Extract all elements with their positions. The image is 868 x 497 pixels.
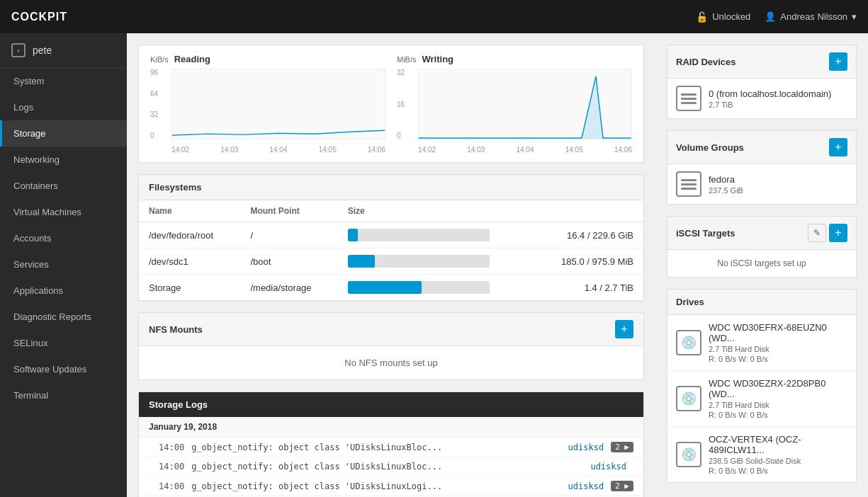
filesystems-header: Filesystems: [139, 175, 643, 200]
list-item[interactable]: 14:00 g_object_notify: object class 'UDi…: [139, 476, 643, 496]
fs-size-text: 185.0 / 975.9 MiB: [532, 248, 643, 275]
list-item[interactable]: 💿 OCZ-VERTEX4 (OCZ-489ICLW11... 238.5 Gi…: [667, 427, 856, 482]
fs-tbody: /dev/fedora/root / 16.4 / 229.6 GiB /dev…: [139, 222, 643, 301]
topnav: COCKPIT 🔓 Unlocked 👤 Andreas Nilsson ▾: [0, 0, 868, 33]
log-badge: 2 ▶: [611, 442, 633, 452]
iscsi-add-button[interactable]: +: [829, 224, 847, 242]
main-content: KiB/s Reading 9664320 14:0214:0314:0414:…: [127, 33, 655, 497]
log-time: 14:00: [159, 462, 184, 472]
raid-add-button[interactable]: +: [829, 52, 847, 71]
list-item[interactable]: 💿 WDC WD30EZRX-22D8PB0 (WD... 2.7 TiB Ha…: [667, 371, 856, 427]
app-brand: COCKPIT: [11, 11, 67, 23]
lock-status[interactable]: 🔓 Unlocked: [696, 11, 750, 23]
iscsi-title: iSCSI Targets: [676, 228, 735, 239]
reading-chart: KiB/s Reading 9664320 14:0214:0314:0414:…: [150, 54, 385, 154]
sidebar-item-terminal[interactable]: Terminal: [0, 382, 127, 409]
volume-groups-header: Volume Groups +: [667, 131, 856, 164]
nfs-empty-msg: No NFS mounts set up: [139, 346, 643, 379]
sidebar-item-selinux[interactable]: SELinux: [0, 330, 127, 356]
filesystems-table: Name Mount Point Size /dev/fedora/root /…: [139, 200, 643, 300]
drive-icon: 💿: [676, 442, 701, 467]
list-item[interactable]: 14:00 g_object_notify: object class 'UDi…: [139, 438, 643, 457]
log-message: g_object_notify: object class 'UDisksLin…: [191, 481, 560, 491]
storage-logs-header: Storage Logs: [139, 392, 643, 417]
reading-unit: KiB/s: [150, 55, 169, 64]
reading-chart-inner: [171, 69, 385, 139]
nfs-panel: NFS Mounts + No NFS mounts set up: [138, 312, 644, 380]
col-size-val: [532, 200, 643, 222]
lock-icon: 🔓: [696, 11, 708, 23]
drives-panel: Drives 💿 WDC WD30EFRX-68EUZN0 (WD... 2.7…: [667, 289, 857, 483]
nfs-add-button[interactable]: +: [615, 320, 633, 338]
vg-item-sub: 237.5 GiB: [709, 186, 847, 195]
vg-title: Volume Groups: [676, 142, 744, 153]
drive-item-sub: 2.7 TiB Hard Disk: [709, 345, 847, 353]
fs-size-bar: [338, 222, 533, 248]
iscsi-empty-msg: No iSCSI targets set up: [667, 250, 856, 277]
reading-chart-area: 9664320 14:0214:0314:0414:0514:06: [150, 69, 385, 154]
sidebar-item-services[interactable]: Services: [0, 251, 127, 278]
raid-device-icon: [676, 86, 701, 111]
drive-item-rw: R: 0 B/s W: 0 B/s: [709, 355, 847, 363]
reading-title: Reading: [174, 54, 210, 64]
raid-devices-panel: RAID Devices + 0 (from localhost.localdo…: [667, 45, 857, 119]
sidebar-item-accounts[interactable]: Accounts: [0, 225, 127, 251]
iscsi-edit-button[interactable]: ✎: [808, 224, 826, 242]
user-menu[interactable]: 👤 Andreas Nilsson ▾: [765, 11, 857, 22]
sidebar-item-diagnostic-reports[interactable]: Diagnostic Reports: [0, 304, 127, 330]
list-item[interactable]: fedora 237.5 GiB: [667, 164, 856, 204]
host-icon: ▪: [11, 43, 26, 57]
vg-add-button[interactable]: +: [829, 138, 847, 156]
fs-size-text: 1.4 / 2.7 TiB: [532, 275, 643, 301]
list-item[interactable]: 0 (from localhost.localdomain) 2.7 TiB: [667, 79, 856, 118]
drives-header: Drives: [667, 290, 856, 315]
fs-size-text: 16.4 / 229.6 GiB: [532, 222, 643, 248]
col-size: Size: [338, 200, 533, 222]
log-source: udisksd: [568, 481, 604, 491]
vg-items: fedora 237.5 GiB: [667, 164, 856, 204]
raid-devices-header: RAID Devices +: [667, 45, 856, 79]
raid-item-info: 0 (from localhost.localdomain) 2.7 TiB: [709, 88, 847, 109]
list-item[interactable]: 💿 WDC WD30EFRX-68EUZN0 (WD... 2.7 TiB Ha…: [667, 315, 856, 371]
layout: ▪ pete SystemLogsStorageNetworkingContai…: [0, 33, 868, 497]
logs-rows: 14:00 g_object_notify: object class 'UDi…: [139, 438, 643, 497]
sidebar-item-networking[interactable]: Networking: [0, 147, 127, 173]
sidebar-item-storage[interactable]: Storage: [0, 120, 127, 147]
drive-item-name: OCZ-VERTEX4 (OCZ-489ICLW11...: [709, 434, 847, 455]
sidebar-item-system[interactable]: System: [0, 68, 127, 94]
writing-title: Writing: [422, 54, 454, 64]
filesystems-panel: Filesystems Name Mount Point Size /dev/f…: [138, 174, 644, 301]
sidebar-item-containers[interactable]: Containers: [0, 173, 127, 199]
logs-date: January 19, 2018: [139, 417, 643, 438]
user-icon: 👤: [765, 11, 776, 22]
sidebar-item-virtual-machines[interactable]: Virtual Machines: [0, 199, 127, 225]
drive-item-name: WDC WD30EFRX-68EUZN0 (WD...: [709, 322, 847, 343]
sidebar-item-software-updates[interactable]: Software Updates: [0, 356, 127, 382]
fs-mount: /media/storage: [240, 275, 337, 301]
log-badge: 2 ▶: [611, 481, 633, 491]
log-message: g_object_notify: object class 'UDisksLin…: [191, 462, 583, 472]
table-row: /dev/sdc1 /boot 185.0 / 975.9 MiB: [139, 248, 643, 275]
sidebar-item-applications[interactable]: Applications: [0, 278, 127, 304]
drive-item-name: WDC WD30EZRX-22D8PB0 (WD...: [709, 378, 847, 399]
iscsi-header: iSCSI Targets ✎ +: [667, 217, 856, 250]
raid-item-name: 0 (from localhost.localdomain): [709, 88, 847, 99]
reading-svg: [172, 69, 385, 139]
fs-name: Storage: [139, 275, 240, 301]
drive-icon: 💿: [676, 330, 701, 355]
sidebar-host[interactable]: ▪ pete: [0, 33, 127, 68]
topnav-right: 🔓 Unlocked 👤 Andreas Nilsson ▾: [696, 11, 857, 23]
sidebar-item-logs[interactable]: Logs: [0, 94, 127, 120]
list-item[interactable]: 14:00 g_object_notify: object class 'UDi…: [139, 457, 643, 476]
drive-icon: 💿: [676, 386, 701, 411]
reading-y-labels: 9664320: [150, 69, 170, 139]
reading-chart-header: KiB/s Reading: [150, 54, 385, 64]
log-time: 14:00: [159, 481, 184, 491]
fs-size-bar: [338, 248, 533, 275]
storage-logs-panel: Storage Logs January 19, 2018 14:00 g_ob…: [138, 392, 644, 497]
sidebar-nav: SystemLogsStorageNetworkingContainersVir…: [0, 68, 127, 409]
fs-mount: /: [240, 222, 337, 248]
raid-title: RAID Devices: [676, 57, 736, 67]
writing-x-labels: 14:0214:0314:0414:0514:06: [418, 144, 632, 154]
fs-mount: /boot: [240, 248, 337, 275]
